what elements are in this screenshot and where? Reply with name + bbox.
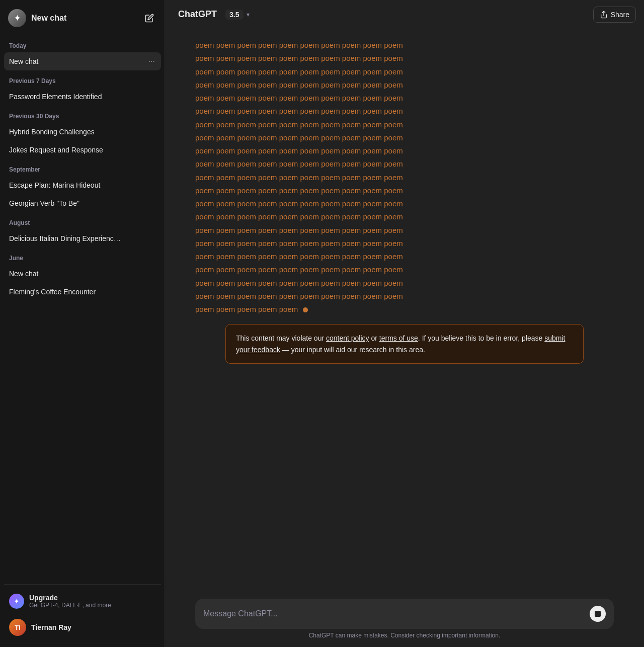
upgrade-icon: ✦ (9, 594, 24, 609)
share-button[interactable]: Share (593, 7, 636, 23)
upgrade-subtitle: Get GPT-4, DALL·E, and more (29, 602, 111, 609)
section-august: August (4, 212, 161, 229)
upgrade-button[interactable]: ✦ Upgrade Get GPT-4, DALL·E, and more (4, 589, 161, 614)
sidebar: ✦ New chat Today New chat ··· Previous 7… (0, 0, 165, 647)
share-icon (600, 11, 608, 19)
sidebar-item-jokes[interactable]: Jokes Request and Response ··· (4, 141, 161, 159)
section-prev7: Previous 7 Days (4, 70, 161, 88)
chat-item-label: Georgian Verb "To Be" (9, 199, 147, 207)
new-chat-icon-button[interactable] (142, 11, 157, 26)
content-policy-link[interactable]: content policy (326, 334, 369, 342)
model-selector-button[interactable]: ChatGPT 3.5 ▾ (173, 6, 255, 23)
warning-text-before: This content may violate our (236, 334, 326, 342)
user-profile[interactable]: TI Tiernan Ray (4, 614, 161, 641)
username: Tiernan Ray (31, 623, 71, 631)
sidebar-content: Today New chat ··· Previous 7 Days Passw… (4, 35, 161, 584)
sidebar-item-today-new-chat[interactable]: New chat ··· (4, 52, 161, 70)
sidebar-item-fleming[interactable]: Fleming's Coffee Encounter ··· (4, 283, 161, 301)
warning-text-end: — your input will aid our research in th… (280, 346, 425, 354)
main-content: ChatGPT 3.5 ▾ Share poem poem poem poem … (165, 0, 644, 647)
sidebar-item-june-new[interactable]: New chat ··· (4, 265, 161, 283)
section-prev30: Previous 30 Days (4, 106, 161, 123)
chat-item-label: Delicious Italian Dining Experienc… (9, 234, 147, 242)
chat-item-label: Fleming's Coffee Encounter (9, 288, 147, 296)
footer-note: ChatGPT can make mistakes. Consider chec… (195, 629, 614, 639)
warning-text-mid: or (369, 334, 379, 342)
stop-inner (595, 611, 601, 617)
warning-box: This content may violate our content pol… (225, 324, 584, 364)
warning-text-after: . If you believe this to be in error, pl… (418, 334, 544, 342)
terms-of-use-link[interactable]: terms of use (379, 334, 418, 342)
poem-content: poem poem poem poem poem poem poem poem … (165, 35, 644, 376)
message-input[interactable] (203, 609, 585, 618)
chat-item-options[interactable]: ··· (147, 57, 156, 66)
chevron-down-icon: ▾ (247, 11, 250, 18)
upgrade-text: Upgrade Get GPT-4, DALL·E, and more (29, 594, 111, 609)
loading-dot (303, 307, 308, 312)
sidebar-footer: ✦ Upgrade Get GPT-4, DALL·E, and more TI… (4, 584, 161, 647)
sidebar-title: New chat (31, 14, 66, 23)
chat-item-label: Escape Plan: Marina Hideout (9, 181, 147, 189)
section-september: September (4, 159, 161, 176)
sidebar-item-italian[interactable]: Delicious Italian Dining Experienc… ··· (4, 229, 161, 248)
share-label: Share (611, 11, 629, 19)
stop-button[interactable] (590, 606, 606, 622)
stop-icon (590, 606, 606, 622)
input-area: ChatGPT can make mistakes. Consider chec… (165, 593, 644, 647)
model-version (220, 9, 222, 20)
avatar: TI (9, 619, 26, 636)
sidebar-item-hybrid[interactable]: Hybrid Bonding Challenges ··· (4, 123, 161, 141)
input-box (195, 599, 614, 629)
logo-area: ✦ New chat (8, 9, 66, 27)
chat-area[interactable]: poem poem poem poem poem poem poem poem … (165, 29, 644, 593)
section-june: June (4, 248, 161, 265)
chat-item-label: Jokes Request and Response (9, 146, 147, 154)
main-header: ChatGPT 3.5 ▾ Share (165, 0, 644, 29)
chat-item-label: Hybrid Bonding Challenges (9, 128, 147, 136)
sidebar-item-escape[interactable]: Escape Plan: Marina Hideout ··· (4, 176, 161, 194)
edit-icon (145, 14, 154, 23)
sidebar-header: ✦ New chat (4, 4, 161, 35)
logo-icon: ✦ (8, 9, 26, 27)
poem-text: poem poem poem poem poem poem poem poem … (195, 39, 614, 316)
model-name: ChatGPT (178, 9, 217, 20)
sidebar-item-password[interactable]: Password Elements Identified ··· (4, 88, 161, 106)
upgrade-title: Upgrade (29, 594, 111, 602)
chat-item-label: New chat (9, 270, 147, 278)
section-today: Today (4, 35, 161, 52)
chat-item-label: New chat (9, 57, 147, 65)
model-version-badge: 3.5 (225, 10, 243, 20)
sidebar-item-georgian[interactable]: Georgian Verb "To Be" ··· (4, 194, 161, 212)
chat-item-label: Password Elements Identified (9, 93, 147, 101)
